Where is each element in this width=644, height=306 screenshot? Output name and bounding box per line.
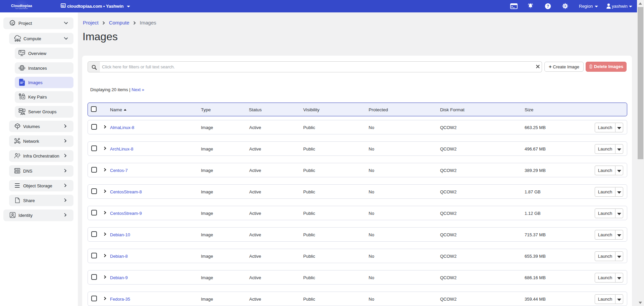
svg-text:?: ? (547, 4, 549, 9)
